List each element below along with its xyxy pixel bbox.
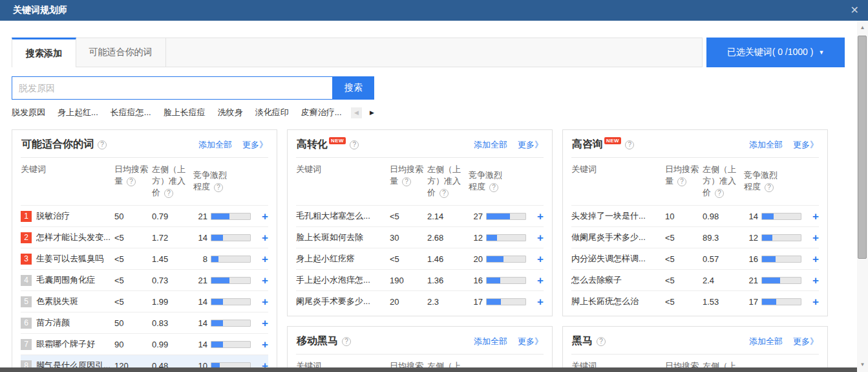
add-keyword-button[interactable]: + [531, 232, 544, 243]
scrollbar-down-icon[interactable]: ▼ [857, 360, 868, 369]
competition-value: 14 [193, 297, 207, 307]
add-keyword-button[interactable]: + [531, 296, 544, 307]
add-keyword-button[interactable]: + [531, 254, 544, 265]
selected-keywords-button[interactable]: 已选关键词( 0 /1000 ) ▼ [706, 38, 845, 67]
history-tag[interactable]: 淡化痘印 [255, 107, 289, 118]
help-icon: ? [127, 177, 136, 186]
add-keyword-button[interactable]: + [806, 275, 819, 286]
add-keyword-button[interactable]: + [255, 211, 268, 222]
vertical-scrollbar[interactable]: ▲ ▼ [857, 21, 868, 372]
more-link[interactable]: 更多》 [518, 139, 543, 151]
help-icon: ? [350, 140, 359, 149]
keyword-row: 6苗方清颜500.8314+ [21, 312, 268, 333]
panel-title: 黑马 [572, 334, 593, 348]
competition-bar [761, 256, 801, 263]
search-button[interactable]: 搜索 [333, 76, 374, 100]
keyword-cell: 脸上长斑如何去除 [296, 232, 390, 243]
panel-high-consult: 高咨询NEW?添加全部更多》关键词日均搜索量?左侧（上方）准入价?竞争激烈程度?… [562, 129, 828, 316]
history-tag[interactable]: 洗纹身 [218, 107, 243, 118]
competition-value: 16 [469, 276, 483, 285]
add-all-link[interactable]: 添加全部 [474, 336, 507, 347]
help-icon: ? [765, 183, 774, 192]
panel-header: 黑马?添加全部更多》 [563, 327, 827, 354]
keyword-cell: 苗方清颜 [36, 317, 114, 329]
price-cell: 2.14 [427, 212, 469, 221]
more-link[interactable]: 更多》 [242, 139, 268, 151]
volume-cell: <5 [114, 297, 152, 307]
pager-next-icon[interactable]: ▶ [366, 107, 377, 118]
add-all-link[interactable]: 添加全部 [198, 139, 232, 151]
add-keyword-button[interactable]: + [255, 275, 268, 286]
add-keyword-button[interactable]: + [806, 232, 819, 243]
competition-cell: 20 [469, 254, 531, 264]
volume-cell: 90 [114, 340, 152, 349]
keyword-row: 5色素脱失斑<51.9914+ [21, 290, 268, 312]
toolbar-row: 搜索添加 可能适合你的词 已选关键词( 0 /1000 ) ▼ [12, 38, 845, 67]
price-cell: 0.73 [152, 276, 193, 285]
keyword-cell: 身上起小红疙瘩 [296, 253, 390, 265]
table-header-row: 关键词日均搜索量?左侧（上方）准入价?竞争激烈程度? [21, 157, 268, 205]
bottom-strip [0, 367, 857, 372]
competition-value: 21 [744, 276, 758, 285]
close-icon[interactable]: ✕ [851, 5, 859, 16]
keyword-row: 1脱敏治疗500.7921+ [21, 205, 268, 226]
more-link[interactable]: 更多》 [793, 336, 818, 347]
competition-bar [761, 277, 801, 284]
table-header-row: 关键词日均搜索量?左侧（上方）准入价?竞争激烈程度? [571, 157, 819, 205]
add-keyword-button[interactable]: + [255, 254, 268, 265]
competition-value: 14 [193, 340, 207, 349]
add-all-link[interactable]: 添加全部 [749, 139, 783, 151]
history-tag[interactable]: 脱发原因 [12, 107, 45, 118]
more-link[interactable]: 更多》 [793, 139, 818, 151]
competition-cell: 10 [193, 361, 255, 368]
price-cell: 2.3 [427, 297, 469, 307]
competition-bar [761, 298, 801, 305]
competition-cell: 14 [193, 297, 255, 307]
rank-badge: 2 [21, 232, 32, 243]
keyword-row: 3生姜可以去狐臭吗<51.458+ [21, 248, 268, 269]
keyword-cell: 怎样才能让头发变... [36, 232, 114, 243]
column-header-label: 日均搜索量? [114, 164, 151, 187]
competition-cell: 16 [744, 254, 806, 264]
add-keyword-button[interactable]: + [806, 296, 819, 307]
add-keyword-button[interactable]: + [531, 275, 544, 286]
column-header-label: 左侧（上方）准入价? [152, 164, 188, 199]
competition-cell: 8 [193, 254, 255, 264]
keyword-cell: 脱敏治疗 [36, 210, 114, 222]
keyword-row: 手上起小水泡痒怎...1901.3616+ [296, 269, 544, 290]
add-keyword-button[interactable]: + [255, 339, 268, 350]
price-cell: 0.48 [152, 361, 193, 368]
add-keyword-button[interactable]: + [531, 211, 544, 222]
history-tag[interactable]: 长痘痘怎... [111, 107, 151, 118]
add-all-link[interactable]: 添加全部 [749, 336, 783, 347]
tab-search-add[interactable]: 搜索添加 [12, 38, 76, 67]
keyword-row: 毛孔粗大堵塞怎么...<52.1427+ [296, 205, 544, 226]
volume-cell: <5 [390, 254, 427, 264]
scrollbar-up-icon[interactable]: ▲ [857, 23, 868, 32]
search-input[interactable] [12, 76, 333, 100]
column-header-label: 日均搜索量? [665, 164, 701, 187]
column-header-label: 左侧（上方）准入价? [703, 360, 739, 367]
competition-bar [761, 213, 801, 220]
add-keyword-button[interactable]: + [806, 211, 819, 222]
keyword-cell: 毛孔粗大堵塞怎么... [296, 210, 390, 222]
history-tag[interactable]: 身上起红... [58, 107, 98, 118]
pager-prev-icon[interactable]: ◀ [351, 107, 362, 118]
more-link[interactable]: 更多》 [518, 336, 543, 347]
add-keyword-button[interactable]: + [806, 254, 819, 265]
history-tag[interactable]: 皮癣治疗... [301, 107, 342, 118]
add-keyword-button[interactable]: + [255, 318, 268, 329]
rank-badge: 3 [21, 254, 32, 265]
history-tag[interactable]: 脸上长痘痘 [164, 107, 206, 118]
competition-bar [211, 213, 251, 220]
volume-cell: <5 [665, 233, 703, 243]
add-keyword-button[interactable]: + [255, 360, 268, 368]
add-keyword-button[interactable]: + [255, 232, 268, 243]
scrollbar-thumb[interactable] [858, 36, 867, 259]
tab-possible-words[interactable]: 可能适合你的词 [76, 38, 166, 67]
volume-cell: 10 [665, 212, 703, 221]
add-keyword-button[interactable]: + [255, 296, 268, 307]
competition-cell: 14 [193, 233, 255, 243]
selected-keywords-label: 已选关键词( 0 /1000 ) [727, 47, 814, 58]
add-all-link[interactable]: 添加全部 [474, 139, 507, 151]
